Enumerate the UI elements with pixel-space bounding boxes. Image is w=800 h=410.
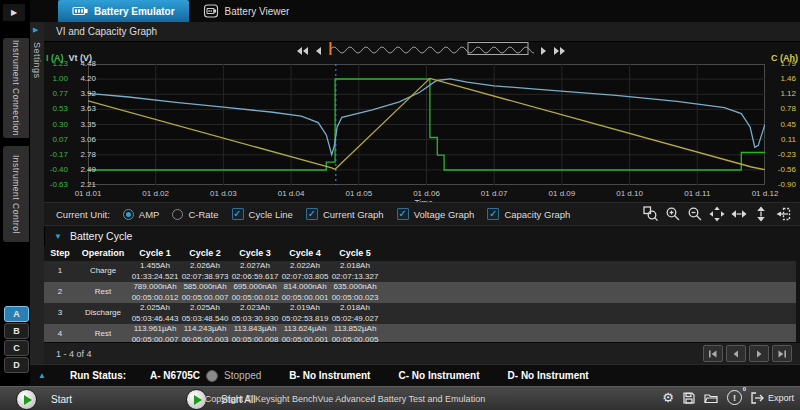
axis-tick: 1.79 <box>768 60 796 68</box>
expand-sidebar-button[interactable]: ▶ <box>3 4 25 21</box>
column-header: Cycle 2 <box>180 248 230 260</box>
zoom-fit-all-button[interactable] <box>708 205 726 223</box>
x-axis-tick: 01 d.05 <box>337 189 381 198</box>
prev-page-icon <box>731 349 741 359</box>
channel-button-a[interactable]: A <box>4 306 29 322</box>
cycle-cell: 2.025Ah05:03:46.443 <box>130 303 180 324</box>
error-log-icon[interactable]: !0 <box>727 390 742 405</box>
run-status-bar: ▲ Run Status: A- N6705CStoppedB- No Inst… <box>30 364 800 386</box>
step-forward-button[interactable] <box>539 46 548 56</box>
prev-page-button[interactable] <box>726 345 746 362</box>
sidebar-item-label: Instrument Control <box>11 155 21 234</box>
table-row[interactable]: 3Discharge2.025Ah05:03:46.4432.025Ah05:0… <box>44 303 796 324</box>
checkbox-voltage-graph[interactable]: ✓Voltage Graph <box>397 208 475 220</box>
duration-value: 05:03:46.443 <box>130 314 180 324</box>
capacity-value: 814.000nAh <box>280 282 330 292</box>
column-header: Step <box>44 248 76 260</box>
fast-forward-button[interactable] <box>553 46 566 56</box>
cycle-cell: 789.000nAh00:05:00.012 <box>130 282 180 303</box>
chevron-down-icon[interactable]: ▼ <box>54 232 62 241</box>
cycle-cell: 2.018Ah05:02:49.027 <box>330 303 380 324</box>
duration-value: 05:03:48.540 <box>180 314 230 324</box>
chevron-up-icon[interactable]: ▲ <box>38 371 46 380</box>
cycle-cell: 2.023Ah05:03:30.930 <box>230 303 280 324</box>
rewind-button[interactable] <box>296 46 309 56</box>
axis-tick: -0.63 <box>44 181 68 189</box>
last-page-button[interactable] <box>772 345 792 362</box>
channel-button-d[interactable]: D <box>4 357 29 373</box>
graph-controls-row: Current Unit: AMPC-Rate ✓Cycle Line✓Curr… <box>44 202 800 226</box>
zoom-out-button[interactable] <box>686 205 704 223</box>
capacity-value: 695.000nAh <box>230 282 280 292</box>
save-icon[interactable] <box>683 392 695 404</box>
radio-c-rate[interactable]: C-Rate <box>172 209 218 220</box>
left-rail: ▶ Instrument ConnectionInstrument Contro… <box>0 0 30 386</box>
duration-value: 00:05:00.012 <box>230 293 280 303</box>
open-folder-icon[interactable] <box>704 392 718 404</box>
axis-tick: 3.92 <box>71 90 96 98</box>
axis-tick: -0.17 <box>44 151 68 159</box>
zoom-fit-horizontal-button[interactable] <box>730 205 748 223</box>
channel-button-b[interactable]: B <box>4 323 29 339</box>
cycle-cell: 2.018Ah02:07:13.327 <box>330 261 380 282</box>
x-axis-tick: 01 d.10 <box>608 189 652 198</box>
timeline-navigator <box>296 43 566 59</box>
x-axis-tick: 01 d.11 <box>675 189 719 198</box>
table-header-row: StepOperationCycle 1Cycle 2Cycle 3Cycle … <box>44 246 796 261</box>
cycle-cell: 1.455Ah01:33:24.521 <box>130 261 180 282</box>
x-axis-tick: 01 d.06 <box>405 189 449 198</box>
duration-value: 02:06:59.617 <box>230 272 280 282</box>
zoom-in-button[interactable] <box>664 205 682 223</box>
capacity-value: 2.018Ah <box>330 261 380 271</box>
panel-title: VI and Capacity Graph <box>56 26 157 37</box>
duration-value: 02:07:38.973 <box>180 272 230 282</box>
zoom-reset-button[interactable] <box>774 205 792 223</box>
checkmark-icon: ✓ <box>306 208 318 220</box>
axis-tick: 0.30 <box>44 121 68 129</box>
operation-cell: Discharge <box>76 308 130 318</box>
duration-value: 00:05:00.023 <box>330 293 380 303</box>
tab-battery-viewer[interactable]: Battery Viewer <box>189 0 304 22</box>
axis-tick: 0.11 <box>768 136 796 144</box>
checkbox-cycle-line[interactable]: ✓Cycle Line <box>232 208 293 220</box>
checkbox-current-graph[interactable]: ✓Current Graph <box>306 208 384 220</box>
step-back-button[interactable] <box>314 46 323 56</box>
channel-button-c[interactable]: C <box>4 340 29 356</box>
next-page-button[interactable] <box>749 345 769 362</box>
sidebar-item-instrument-control[interactable]: Instrument Control <box>3 146 29 242</box>
table-row[interactable]: 1Charge1.455Ah01:33:24.5212.026Ah02:07:3… <box>44 261 796 282</box>
settings-rail[interactable]: ▶ Settings <box>30 22 45 364</box>
chart-plot-area[interactable] <box>88 64 765 185</box>
status-dot-icon <box>206 370 218 382</box>
capacity-value: 789.000nAh <box>130 282 180 292</box>
axis-tick: 1.46 <box>768 75 796 83</box>
zoom-out-icon <box>687 206 703 222</box>
duration-value: 02:07:13.327 <box>330 272 380 282</box>
box-zoom-button[interactable] <box>642 205 660 223</box>
capacity-value: 113.961µAh <box>130 324 180 334</box>
capacity-value: 635.000nAh <box>330 282 380 292</box>
timeline-wave[interactable] <box>328 41 534 61</box>
axis-tick: 0.78 <box>768 105 796 113</box>
capacity-value: 2.025Ah <box>130 303 180 313</box>
channel-name: C- No Instrument <box>398 370 479 381</box>
checkmark-icon: ✓ <box>397 208 409 220</box>
checkbox-capacity-graph[interactable]: ✓Capacity Graph <box>487 208 570 220</box>
radio-amp[interactable]: AMP <box>123 209 160 220</box>
sidebar-item-instrument-connection[interactable]: Instrument Connection <box>3 38 29 138</box>
cycle-cell: 2.025Ah05:03:48.540 <box>180 303 230 324</box>
zoom-fit-vertical-button[interactable] <box>752 205 770 223</box>
tab-battery-emulator[interactable]: Battery Emulator <box>58 0 189 22</box>
gear-icon[interactable]: ⚙ <box>662 390 674 405</box>
capacity-value: 2.027Ah <box>230 261 280 271</box>
sidebar-item-label: Instrument Connection <box>11 40 21 136</box>
table-row[interactable]: 2Rest789.000nAh00:05:00.012585.000nAh00:… <box>44 282 796 303</box>
export-button[interactable]: Export <box>751 392 794 404</box>
battery-icon <box>72 3 88 19</box>
x-axis-tick: 01 d.01 <box>66 189 110 198</box>
channel-name: D- No Instrument <box>508 370 589 381</box>
zoom-in-icon <box>665 206 681 222</box>
first-page-button[interactable] <box>703 345 723 362</box>
axis-tick: 0.45 <box>768 121 796 129</box>
cycle-cell: 814.000nAh00:05:00.001 <box>280 282 330 303</box>
